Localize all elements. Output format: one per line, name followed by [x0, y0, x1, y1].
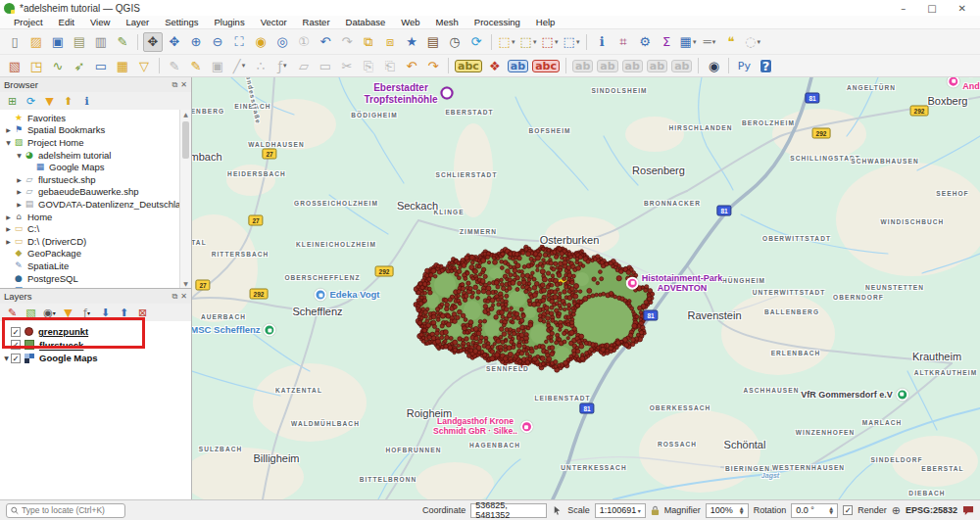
browser-scrollbar[interactable]: ▲▼ — [179, 110, 191, 288]
tree-expand-arrow[interactable]: ▼ — [4, 139, 13, 146]
menu-plugins[interactable]: Plugins — [206, 17, 252, 27]
new-spatial-bookmark-button[interactable]: ★ — [402, 32, 421, 52]
layout-manager-button[interactable]: ▥ — [91, 32, 111, 52]
menu-view[interactable]: View — [82, 17, 118, 27]
tree-expand-arrow[interactable]: ▶ — [15, 201, 24, 208]
add-selected-layers-button[interactable]: ⊞ — [4, 93, 21, 109]
help-button[interactable]: ? — [756, 56, 775, 75]
browser-item-home[interactable]: ▶⌂Home — [0, 211, 191, 223]
measure-button[interactable]: ═▾ — [700, 32, 719, 52]
refresh-browser-button[interactable]: ⟳ — [23, 93, 39, 109]
toggle-editing-button[interactable]: ✎ — [186, 56, 206, 75]
tree-expand-arrow[interactable]: ▶ — [4, 225, 13, 232]
zoom-to-selection-button[interactable]: ◉ — [251, 32, 270, 52]
layer-styling-button[interactable]: ❖ — [485, 56, 505, 75]
delete-selected-button[interactable]: ▭ — [316, 56, 335, 75]
field-calculator-button[interactable]: ƒ▾ — [272, 56, 292, 75]
zoom-native-button[interactable]: ① — [294, 32, 314, 52]
browser-item-c-[interactable]: ▶▭C:\ — [0, 222, 191, 235]
messages-icon[interactable] — [962, 505, 974, 516]
menu-help[interactable]: Help — [528, 17, 564, 27]
browser-item-google-maps[interactable]: ▦Google Maps — [0, 161, 191, 173]
processing-toolbox-button[interactable]: ⚙ — [635, 32, 655, 52]
crs-status[interactable]: EPSG:25832 — [906, 505, 957, 515]
manage-map-themes-button[interactable]: ◉▾ — [41, 305, 58, 320]
browser-item-spatialite[interactable]: ✎SpatiaLite — [0, 260, 191, 272]
browser-item-flurstueck-shp[interactable]: ▶▱flurstueck.shp — [0, 173, 191, 186]
tree-expand-arrow[interactable]: ▶ — [15, 176, 24, 183]
metasearch-button[interactable]: ◉ — [704, 56, 723, 75]
browser-item-adelsheim-tutorial[interactable]: ▼◕adelsheim tutorial — [0, 149, 191, 162]
menu-web[interactable]: Web — [393, 17, 427, 27]
layer-visibility-checkbox[interactable]: ✓ — [11, 340, 21, 350]
temporal-controller-button[interactable]: ◷ — [445, 32, 465, 52]
render-checkbox[interactable]: ✓ — [843, 505, 853, 515]
menu-edit[interactable]: Edit — [51, 17, 82, 27]
browser-item-govdata-datenlizenz-deutschland-pdf[interactable]: ▶▤GOVDATA-Datenlizenz_Deutschland.pdf — [0, 198, 191, 211]
minimize-button[interactable]: – — [901, 3, 906, 14]
select-by-value-button[interactable]: ⬚▾ — [518, 32, 538, 52]
pan-to-selection-button[interactable]: ✥ — [165, 32, 184, 52]
save-layer-edits-button[interactable]: ▣ — [208, 56, 227, 75]
map-tips-button[interactable]: ❝ — [721, 32, 741, 52]
zoom-to-layer-button[interactable]: ◎ — [272, 32, 292, 52]
layer-row-google-maps[interactable]: ▼✓Google Maps — [0, 352, 191, 365]
zoom-in-button[interactable]: ⊕ — [186, 32, 206, 52]
add-group-button[interactable]: ▧ — [23, 305, 39, 320]
deselect-features-button[interactable]: ⬚▾ — [540, 32, 560, 52]
highlight-pinned-labels-button[interactable]: abc — [531, 56, 561, 75]
pin-labels-button[interactable]: ab — [507, 56, 529, 75]
copy-features-button[interactable]: ⎘ — [359, 56, 378, 75]
tree-expand-arrow[interactable]: ▼ — [15, 152, 24, 159]
locator-bar[interactable] — [6, 503, 125, 518]
change-label-button[interactable]: ab — [646, 56, 668, 75]
layer-expander[interactable]: ▼ — [2, 355, 11, 361]
show-statistics-sum-button[interactable]: Σ — [657, 32, 676, 52]
show-hide-labels-button[interactable]: ab — [596, 56, 618, 75]
layer-row-flurstueck[interactable]: ✓flurstueck — [0, 339, 191, 353]
zoom-last-button[interactable]: ↶ — [316, 32, 335, 52]
maximize-button[interactable]: □ — [927, 3, 936, 14]
menu-vector[interactable]: Vector — [253, 17, 295, 27]
filter-legend-button[interactable]: ▼ — [60, 305, 76, 320]
new-print-layout-button[interactable]: ▤ — [70, 32, 89, 52]
move-label-button[interactable]: ab — [571, 56, 594, 75]
layer-labeling-button[interactable]: abc — [454, 56, 483, 75]
new-mesh-layer-button[interactable]: ▽ — [134, 56, 154, 75]
collapse-all-layers-button[interactable]: ⬆ — [116, 305, 132, 320]
browser-close-icon[interactable]: ✕ — [180, 80, 187, 90]
browser-item-spatial-bookmarks[interactable]: ▶⚑Spatial Bookmarks — [0, 124, 191, 137]
new-3d-map-view-button[interactable]: ⧈ — [380, 32, 400, 52]
zoom-next-button[interactable]: ↷ — [337, 32, 357, 52]
menu-settings[interactable]: Settings — [157, 17, 206, 27]
scale-combo[interactable]: 1:100691▾ — [595, 503, 646, 518]
current-edits-button[interactable]: ✎ — [165, 56, 184, 75]
pan-map-button[interactable]: ✥ — [143, 32, 163, 52]
coordinate-field[interactable]: 536825, 5481352 — [470, 503, 547, 518]
close-button[interactable]: ✕ — [958, 3, 966, 14]
select-by-location-button[interactable]: ⬚▾ — [562, 32, 581, 52]
tree-expand-arrow[interactable]: ▶ — [15, 188, 24, 195]
mouse-position-icon[interactable] — [552, 505, 563, 516]
open-project-button[interactable]: ▨ — [26, 32, 46, 52]
menu-layer[interactable]: Layer — [118, 17, 157, 27]
remove-layer-button[interactable]: ⊠ — [134, 305, 151, 320]
filter-browser-button[interactable]: ▼ — [41, 93, 58, 109]
cut-features-button[interactable]: ✂ — [337, 56, 357, 75]
magnifier-field[interactable]: 100%▲▼ — [706, 503, 749, 518]
menu-processing[interactable]: Processing — [466, 17, 528, 27]
refresh-map-button[interactable]: ⟳ — [466, 32, 486, 52]
modify-attributes-button[interactable]: ▱ — [294, 56, 314, 75]
vertex-tool-button[interactable]: ∴ — [251, 56, 270, 75]
python-console-button[interactable]: Py — [734, 56, 754, 75]
nominatim-search-button[interactable]: ◌▾ — [743, 32, 762, 52]
new-map-view-button[interactable]: ⧉ — [359, 32, 378, 52]
layer-visibility-checkbox[interactable]: ✓ — [11, 354, 21, 363]
browser-item-d-drivercd-[interactable]: ▶▭D:\ (DriverCD) — [0, 235, 191, 248]
zoom-out-button[interactable]: ⊖ — [208, 32, 227, 52]
locator-input[interactable] — [22, 505, 121, 515]
browser-item-geopackage[interactable]: ◆GeoPackage — [0, 248, 191, 260]
label-properties-button[interactable]: ab — [670, 56, 693, 75]
layers-float-icon[interactable]: ⧉ — [172, 292, 178, 302]
layers-close-icon[interactable]: ✕ — [180, 292, 187, 302]
